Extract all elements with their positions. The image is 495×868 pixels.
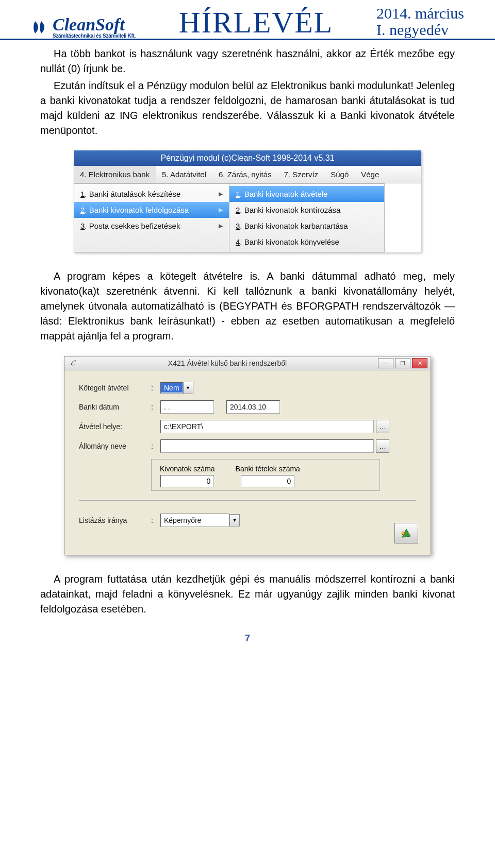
maximize-button[interactable]: ☐: [395, 358, 410, 368]
label: . Banki átutalások készítése: [85, 190, 180, 198]
logo-sub: Számítástechnikai és Számviteli Kft.: [53, 33, 136, 39]
run-icon: [399, 527, 414, 539]
paragraph-1: Ha több bankot is használunk vagy szeret…: [40, 46, 455, 76]
divider: [79, 500, 416, 501]
label-path: Átvétel helye:: [79, 422, 151, 431]
submenu-maintenance[interactable]: 3. Banki kivonatok karbantartása: [229, 218, 384, 234]
label-filename: Állomány neve: [79, 442, 151, 450]
label-item-count: Banki tételek száma: [236, 465, 300, 473]
svg-point-0: [402, 532, 405, 535]
label: . Banki kivonatok könyvelése: [240, 237, 339, 246]
list-direction-combo[interactable]: Képernyőre ▼: [160, 514, 240, 527]
date-to-input[interactable]: 2014.03.10: [226, 400, 280, 414]
menu-bar: 4. Elektronikus bank 5. Adatátvitel 6. Z…: [74, 166, 421, 183]
menu-exit[interactable]: Vége: [355, 166, 385, 183]
label: . Banki kivonatok átvétele: [240, 190, 327, 198]
page-header: CleanSoft Számítástechnikai és Számvitel…: [0, 0, 495, 40]
menu-help[interactable]: Súgó: [324, 166, 355, 183]
paragraph-2: Ezután indítsuk el a Pénzügy modulon bel…: [40, 78, 455, 138]
menu-screenshot: Pénzügyi modul (c)Clean-Soft 1998-2014 v…: [74, 150, 421, 252]
label-batch: Kötegelt átvétel: [79, 384, 151, 392]
filename-input[interactable]: [160, 439, 374, 453]
date-line-1: 2014. március: [376, 5, 464, 22]
menu-data-transfer[interactable]: 5. Adatátvitel: [156, 166, 212, 183]
submenu-statements-processing[interactable]: 2. Banki kivonatok feldolgozása ▶: [74, 202, 229, 218]
date-line-2: I. negyedév: [376, 22, 464, 38]
date-block: 2014. március I. negyedév: [376, 5, 464, 39]
counts-groupbox: Kivonatok száma 0 Banki tételek száma 0: [151, 459, 380, 491]
logo-brand: CleanSoft: [53, 16, 136, 33]
menu-window-title: Pénzügyi modul (c)Clean-Soft 1998-2014 v…: [74, 150, 421, 166]
chevron-right-icon: ▶: [219, 223, 223, 229]
submenu-level2: 1. Banki kivonatok átvétele 2. Banki kiv…: [229, 183, 385, 252]
chevron-right-icon: ▶: [219, 191, 223, 197]
label-statement-count: Kivonatok száma: [160, 465, 215, 473]
label: . Banki kivonatok feldolgozása: [85, 206, 189, 214]
submenu-transfers[interactable]: 1. Banki átutalások készítése ▶: [74, 186, 229, 202]
list-direction-value: Képernyőre: [160, 514, 229, 527]
dialog-screenshot: 𝓒 X421 Átvétel külső banki rendszerből —…: [64, 356, 431, 555]
submenu-postal-cheque[interactable]: 3. Posta csekkes befizetések ▶: [74, 218, 229, 234]
colon: :: [151, 384, 160, 392]
chevron-right-icon: ▶: [219, 207, 223, 213]
label: . Banki kivonatok kontírozása: [240, 206, 340, 214]
paragraph-3: A program képes a kötegelt átvételre is.…: [40, 269, 455, 344]
paragraph-4: A program futtatása után kezdhetjük gépi…: [40, 572, 455, 617]
close-button[interactable]: ✕: [412, 358, 427, 368]
submenu-kontirozasa[interactable]: 2. Banki kivonatok kontírozása: [229, 202, 384, 218]
date-from-input[interactable]: . .: [160, 400, 214, 414]
menu-service[interactable]: 7. Szervíz: [278, 166, 325, 183]
label: . Banki kivonatok karbantartása: [240, 222, 348, 230]
colon: :: [151, 403, 160, 411]
menu-electronic-bank[interactable]: 4. Elektronikus bank: [74, 166, 156, 183]
statement-count-value: 0: [160, 475, 214, 487]
batch-combo[interactable]: Nem ▼: [160, 382, 193, 394]
run-button[interactable]: [394, 523, 418, 543]
label: . Posta csekkes befizetések: [85, 222, 180, 230]
submenu-level1: 1. Banki átutalások készítése ▶ 2. Banki…: [74, 183, 229, 252]
chevron-down-icon[interactable]: ▼: [183, 382, 193, 394]
app-icon: 𝓒: [68, 359, 77, 367]
batch-value: Nem: [161, 383, 183, 393]
submenu-take-over[interactable]: 1. Banki kivonatok átvétele: [229, 186, 384, 202]
submenu-booking[interactable]: 4. Banki kivonatok könyvelése: [229, 234, 384, 250]
colon: :: [151, 442, 160, 450]
browse-file-button[interactable]: …: [376, 439, 389, 453]
label-list-direction: Listázás iránya: [79, 516, 151, 524]
minimize-button[interactable]: —: [378, 358, 393, 368]
dialog-title: X421 Átvétel külső banki rendszerből: [77, 359, 378, 367]
path-input[interactable]: c:\EXPORT\: [160, 420, 374, 433]
chevron-down-icon[interactable]: ▼: [229, 514, 240, 526]
colon: :: [151, 516, 160, 524]
logo-block: CleanSoft Számítástechnikai és Számvitel…: [31, 16, 136, 39]
page-number: 7: [0, 619, 495, 653]
menu-close-open[interactable]: 6. Zárás, nyitás: [212, 166, 278, 183]
headline: HÍRLEVÉL: [179, 8, 334, 39]
label-bank-date: Banki dátum: [79, 403, 151, 411]
item-count-value: 0: [241, 475, 294, 487]
browse-path-button[interactable]: …: [376, 420, 389, 433]
logo-icon: [31, 18, 50, 37]
